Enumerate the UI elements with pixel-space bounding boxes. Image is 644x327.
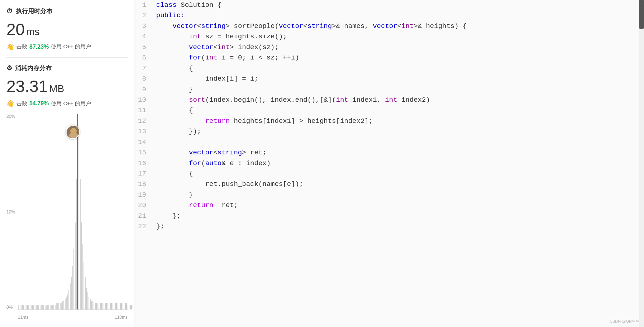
chart-bar <box>96 303 97 309</box>
line-number: 22 <box>134 221 153 232</box>
line-number: 16 <box>134 158 153 169</box>
chart-bar <box>78 125 79 309</box>
table-row: 7 { <box>134 63 644 74</box>
table-row: 21 }; <box>134 211 644 221</box>
line-content: vector<int> index(sz); <box>153 42 644 53</box>
line-content: }; <box>153 221 644 232</box>
chart-bar <box>84 262 84 309</box>
chart-bar <box>81 222 82 309</box>
chart-bar <box>61 303 62 309</box>
chart-bar <box>100 303 101 309</box>
gear-icon: ⚙ <box>6 64 12 72</box>
chart-bar <box>85 277 86 309</box>
line-number: 15 <box>134 148 153 158</box>
line-content: int sz = heights.size(); <box>153 32 644 42</box>
line-content: }); <box>153 126 644 137</box>
table-row: 2 public: <box>134 10 644 21</box>
table-row: 4 int sz = heights.size(); <box>134 32 644 42</box>
line-number: 13 <box>134 126 153 137</box>
chart-bar <box>63 301 64 309</box>
table-row: 18 ret.push_back(names[e]); <box>134 179 644 189</box>
line-content: vector<string> sortPeople(vector<string>… <box>153 21 644 32</box>
chart-bar <box>55 305 56 309</box>
line-content: return ret; <box>153 200 644 211</box>
chart-bar <box>133 305 133 309</box>
chart-bar <box>62 301 63 309</box>
chart-bar <box>87 292 88 309</box>
line-content: public: <box>153 10 644 21</box>
line-number: 5 <box>134 42 153 53</box>
chart-bar <box>60 303 61 309</box>
chart-bar <box>95 303 96 309</box>
table-row: 12 return heights[index1] > heights[inde… <box>134 116 644 126</box>
chart-bar <box>25 305 25 309</box>
line-number: 17 <box>134 169 153 179</box>
code-editor-panel: 1 class Solution { 2 public: 3 vector<st… <box>134 0 644 327</box>
chart-bar <box>57 303 58 309</box>
line-content <box>153 137 644 148</box>
line-number: 11 <box>134 105 153 116</box>
chart-bar <box>113 303 113 309</box>
chart-bar <box>126 303 127 309</box>
table-row: 17 { <box>134 169 644 179</box>
line-number: 19 <box>134 190 153 200</box>
x-axis-labels: 11ms 110ms <box>18 315 128 320</box>
chart-bar <box>48 305 49 309</box>
chart-bar <box>110 303 111 309</box>
chart-bar <box>33 305 34 309</box>
line-number: 10 <box>134 95 153 105</box>
chart-bar <box>104 303 104 309</box>
chart-bar <box>37 305 38 309</box>
chart-bar <box>90 299 91 309</box>
table-row: 1 class Solution { <box>134 0 644 10</box>
chart-bar <box>30 305 30 309</box>
chart-bar <box>58 303 59 309</box>
chart-bar <box>20 305 20 309</box>
chart-bar <box>105 303 106 309</box>
chart-bar <box>47 305 48 309</box>
chart-bar <box>73 249 74 309</box>
chart-bar <box>42 305 43 309</box>
table-row: 11 { <box>134 105 644 116</box>
table-row: 15 vector<string> ret; <box>134 148 644 158</box>
chart-bar <box>70 283 71 309</box>
section-divider-1 <box>6 57 128 58</box>
chart-bar <box>45 305 46 309</box>
code-table: 1 class Solution { 2 public: 3 vector<st… <box>134 0 644 232</box>
table-row: 5 vector<int> index(sz); <box>134 42 644 53</box>
chart-bar <box>89 297 89 309</box>
line-content: { <box>153 63 644 74</box>
chart-bar <box>71 277 72 309</box>
mem-title: ⚙ 消耗内存分布 <box>6 64 128 72</box>
chart-bar <box>21 305 22 309</box>
chart-bar <box>35 305 35 309</box>
scroll-thumb[interactable] <box>639 0 644 29</box>
code-editor[interactable]: 1 class Solution { 2 public: 3 vector<st… <box>134 0 644 327</box>
y-axis-labels: 20% 10% 0% <box>6 114 15 310</box>
chart-bar <box>86 288 87 309</box>
line-content: vector<string> ret; <box>153 148 644 158</box>
chart-bar <box>130 305 131 309</box>
chart-bar <box>51 305 52 309</box>
chart-bar <box>41 305 42 309</box>
line-number: 14 <box>134 137 153 148</box>
chart-bar <box>91 301 92 309</box>
mem-value: 23.31MB <box>6 77 128 96</box>
chart-bar <box>36 305 37 309</box>
line-content: class Solution { <box>153 0 644 10</box>
exec-beat-stat: 👋 击败 87.23% 使用 C++ 的用户 <box>6 43 128 51</box>
chart-bar <box>50 305 51 309</box>
chart-bar <box>26 305 27 309</box>
line-number: 20 <box>134 200 153 211</box>
line-content: } <box>153 190 644 200</box>
table-row: 19 } <box>134 190 644 200</box>
line-number: 12 <box>134 116 153 126</box>
chart-bar <box>22 305 23 309</box>
table-row: 13 }); <box>134 126 644 137</box>
scrollbar[interactable] <box>639 0 644 327</box>
chart-bar <box>120 303 121 309</box>
chart-bar <box>131 305 132 309</box>
table-row: 22 }; <box>134 221 644 232</box>
clock-icon: ⏱ <box>6 8 13 15</box>
line-number: 9 <box>134 85 153 95</box>
